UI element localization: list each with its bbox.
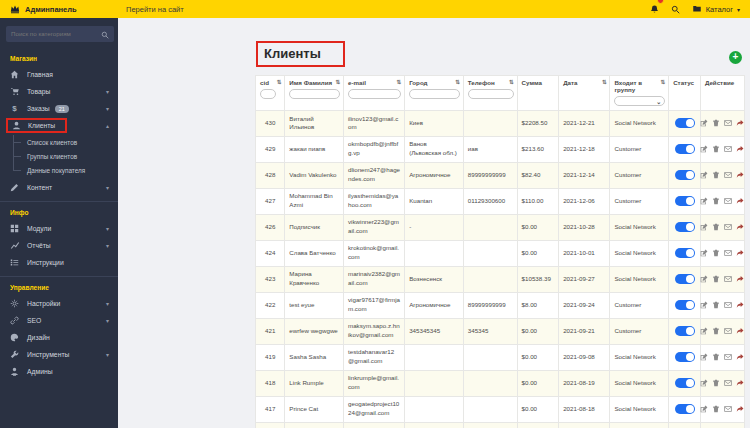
delete-button[interactable] (712, 249, 720, 257)
edit-button[interactable] (700, 405, 708, 413)
sidebar-item-clients[interactable]: Клиенты▴ (0, 117, 118, 134)
sort-icon[interactable]: ⇅ (335, 79, 340, 85)
delete-button[interactable] (712, 301, 720, 309)
edit-button[interactable] (700, 119, 708, 127)
column-label: e-mail (348, 79, 366, 86)
delete-button[interactable] (712, 223, 720, 231)
sidebar-item-settings[interactable]: Настройки▾ (0, 295, 118, 312)
cell-group: Customer (610, 318, 669, 344)
edit-button[interactable] (700, 249, 708, 257)
sidebar-item-content[interactable]: Контент▾ (0, 179, 118, 196)
sidebar-item-orders[interactable]: $Заказы21▾ (0, 100, 118, 117)
column-label: cid (260, 79, 269, 86)
mail-button[interactable] (724, 197, 732, 205)
sidebar-item-design[interactable]: Дизайн (0, 329, 118, 346)
status-toggle[interactable] (675, 196, 695, 206)
share-button[interactable] (736, 275, 744, 283)
status-toggle[interactable] (675, 274, 695, 284)
search-button[interactable] (671, 0, 680, 18)
mail-button[interactable] (724, 249, 732, 257)
mail-button[interactable] (724, 301, 732, 309)
mail-button[interactable] (724, 379, 732, 387)
filter-select-group[interactable]: ⌄ (614, 96, 665, 106)
sidebar-item-instructions[interactable]: Инструкции (0, 254, 118, 271)
category-search[interactable] (6, 26, 114, 42)
status-toggle[interactable] (675, 404, 695, 414)
catalog-button[interactable]: Каталог ▾ (692, 4, 740, 15)
sidebar-item-admins[interactable]: Админы (0, 363, 118, 380)
edit-button[interactable] (700, 327, 708, 335)
status-toggle[interactable] (675, 170, 695, 180)
pencil-icon (9, 183, 20, 192)
sidebar-item-products[interactable]: Товары▾ (0, 83, 118, 100)
edit-button[interactable] (700, 171, 708, 179)
add-client-button[interactable]: + (729, 51, 742, 64)
status-toggle[interactable] (675, 222, 695, 232)
share-button[interactable] (736, 249, 744, 257)
delete-button[interactable] (712, 405, 720, 413)
mail-button[interactable] (724, 145, 732, 153)
edit-button[interactable] (700, 353, 708, 361)
share-button[interactable] (736, 119, 744, 127)
delete-button[interactable] (712, 119, 720, 127)
filter-input-city[interactable] (409, 89, 460, 99)
sidebar-item-client-groups[interactable]: Группы клиентов (0, 149, 118, 163)
status-toggle[interactable] (675, 118, 695, 128)
status-toggle[interactable] (675, 326, 695, 336)
share-button[interactable] (736, 405, 744, 413)
status-toggle[interactable] (675, 300, 695, 310)
share-button[interactable] (736, 171, 744, 179)
mail-button[interactable] (724, 353, 732, 361)
share-button[interactable] (736, 223, 744, 231)
sort-icon[interactable]: ⇅ (602, 79, 607, 85)
delete-button[interactable] (712, 197, 720, 205)
notifications-button[interactable] (650, 0, 659, 18)
sort-icon[interactable]: ⇅ (661, 79, 666, 85)
edit-button[interactable] (700, 301, 708, 309)
filter-input-email[interactable] (348, 89, 401, 99)
mail-button[interactable] (724, 327, 732, 335)
sort-icon[interactable]: ⇅ (277, 79, 282, 85)
status-toggle[interactable] (675, 352, 695, 362)
edit-button[interactable] (700, 275, 708, 283)
sort-icon[interactable]: ⇅ (509, 79, 514, 85)
sidebar-item-clients-list[interactable]: Список клиентов (0, 135, 118, 149)
edit-button[interactable] (700, 197, 708, 205)
mail-button[interactable] (724, 223, 732, 231)
sidebar-item-modules[interactable]: Модули▾ (0, 220, 118, 237)
share-button[interactable] (736, 379, 744, 387)
category-search-input[interactable] (11, 30, 98, 37)
goto-site-link[interactable]: Перейти на сайт (126, 5, 184, 14)
share-button[interactable] (736, 197, 744, 205)
delete-button[interactable] (712, 171, 720, 179)
share-button[interactable] (736, 353, 744, 361)
sidebar-item-tools[interactable]: Инструменты▾ (0, 346, 118, 363)
sidebar-item-reports[interactable]: Отчёты▾ (0, 237, 118, 254)
mail-button[interactable] (724, 171, 732, 179)
mail-button[interactable] (724, 405, 732, 413)
sidebar-item-customer-data[interactable]: Данные покупателя (0, 163, 118, 177)
share-button[interactable] (736, 145, 744, 153)
status-toggle[interactable] (675, 248, 695, 258)
status-toggle[interactable] (675, 378, 695, 388)
sidebar-item-home[interactable]: Главная (0, 66, 118, 83)
filter-input-name[interactable] (289, 89, 340, 99)
edit-button[interactable] (700, 145, 708, 153)
delete-button[interactable] (712, 379, 720, 387)
delete-button[interactable] (712, 353, 720, 361)
sort-icon[interactable]: ⇅ (455, 79, 460, 85)
delete-button[interactable] (712, 275, 720, 283)
delete-button[interactable] (712, 145, 720, 153)
sidebar-item-seo[interactable]: SEO▾ (0, 312, 118, 329)
delete-button[interactable] (712, 327, 720, 335)
sort-icon[interactable]: ⇅ (397, 79, 402, 85)
filter-input-cid[interactable] (260, 89, 276, 99)
mail-button[interactable] (724, 275, 732, 283)
filter-input-phone[interactable] (468, 89, 514, 99)
mail-button[interactable] (724, 119, 732, 127)
status-toggle[interactable] (675, 144, 695, 154)
share-button[interactable] (736, 327, 744, 335)
edit-button[interactable] (700, 379, 708, 387)
share-button[interactable] (736, 301, 744, 309)
edit-button[interactable] (700, 223, 708, 231)
